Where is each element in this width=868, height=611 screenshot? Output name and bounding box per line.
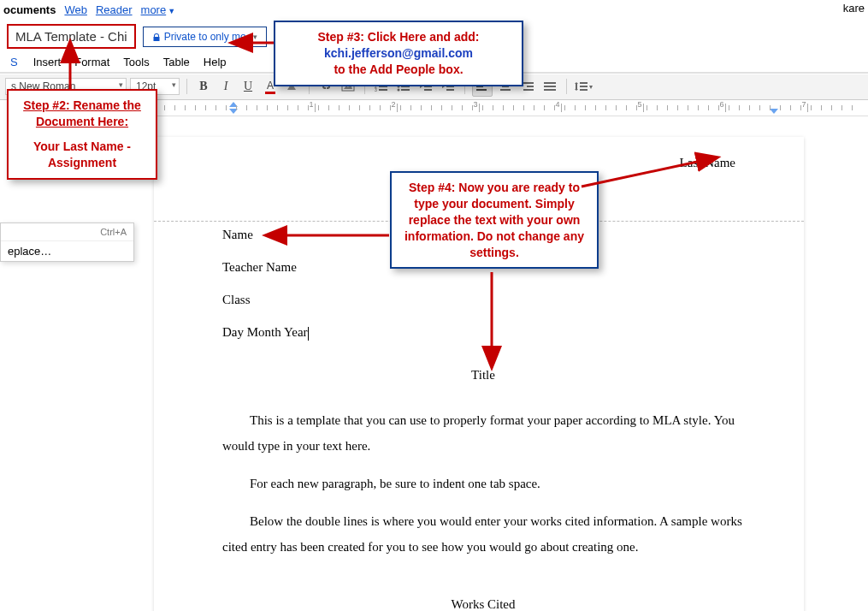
svg-rect-21 bbox=[476, 89, 487, 91]
right-indent-marker[interactable] bbox=[770, 109, 778, 114]
annotation-text: Step #4: Now you are ready to type your … bbox=[402, 180, 587, 260]
context-menu: Ctrl+A eplace… bbox=[0, 222, 134, 262]
line-spacing-button[interactable]: ▾ bbox=[574, 77, 593, 96]
menu-item-replace[interactable]: eplace… bbox=[1, 241, 133, 261]
annotation-step2: Step #2: Rename the Document Here: Your … bbox=[7, 89, 157, 180]
ruler[interactable]: 1234567 bbox=[154, 100, 868, 116]
document-title-line[interactable]: Title bbox=[222, 365, 744, 385]
annotation-text: Step #3: Click Here and add: bbox=[286, 29, 511, 45]
nav-reader[interactable]: Reader bbox=[96, 3, 133, 16]
works-cited-heading[interactable]: Works Cited bbox=[222, 594, 744, 611]
svg-point-9 bbox=[398, 89, 400, 92]
svg-rect-26 bbox=[527, 86, 534, 87]
annotation-text: to the Add People box. bbox=[286, 62, 511, 78]
svg-rect-18 bbox=[446, 89, 454, 91]
annotation-step3: Step #3: Click Here and add: kchi.jeffer… bbox=[274, 21, 523, 86]
document-title[interactable]: MLA Template - Chi bbox=[7, 24, 136, 49]
svg-rect-32 bbox=[580, 86, 588, 87]
lock-icon bbox=[152, 33, 161, 41]
svg-rect-24 bbox=[500, 89, 511, 91]
separator bbox=[566, 79, 567, 94]
svg-rect-30 bbox=[544, 89, 556, 91]
svg-rect-33 bbox=[580, 89, 588, 91]
svg-rect-31 bbox=[580, 82, 588, 84]
annotation-text: Your Last Name - Assignment bbox=[19, 139, 145, 171]
chevron-down-icon: ▾ bbox=[253, 33, 257, 41]
menu-prefix: S bbox=[10, 56, 18, 68]
menu-insert[interactable]: Insert bbox=[33, 56, 62, 68]
nav-web[interactable]: Web bbox=[64, 3, 87, 16]
annotation-step4: Step #4: Now you are ready to type your … bbox=[390, 171, 599, 269]
align-justify-button[interactable] bbox=[540, 77, 559, 96]
text-cursor bbox=[308, 327, 309, 341]
google-bar: ocuments Web Reader more▼ kare bbox=[0, 0, 868, 19]
svg-rect-27 bbox=[523, 89, 534, 91]
separator bbox=[186, 79, 187, 94]
share-button[interactable]: Private to only me ▾ bbox=[143, 27, 267, 47]
field-date[interactable]: Day Month Year bbox=[222, 322, 744, 342]
svg-rect-29 bbox=[544, 86, 556, 87]
svg-rect-3 bbox=[379, 89, 387, 91]
annotation-email: kchi.jefferson@gmail.com bbox=[286, 45, 511, 62]
italic-button[interactable]: I bbox=[216, 77, 235, 96]
svg-rect-15 bbox=[424, 89, 432, 91]
nav-documents[interactable]: ocuments bbox=[3, 3, 56, 16]
menu-format[interactable]: Format bbox=[74, 56, 109, 68]
shortcut-label: Ctrl+A bbox=[1, 223, 133, 241]
menu-help[interactable]: Help bbox=[204, 56, 227, 68]
bold-button[interactable]: B bbox=[194, 77, 213, 96]
svg-rect-25 bbox=[522, 82, 534, 84]
paragraph[interactable]: This is a template that you can use to p… bbox=[222, 407, 744, 459]
paragraph[interactable]: For each new paragraph, be sure to inden… bbox=[222, 471, 744, 496]
underline-button[interactable]: U bbox=[239, 77, 257, 96]
share-label: Private to only me bbox=[164, 31, 246, 43]
field-class[interactable]: Class bbox=[222, 289, 744, 310]
user-label: kare bbox=[843, 2, 865, 15]
annotation-text: Step #2: Rename the Document Here: bbox=[19, 98, 145, 130]
header-last-name[interactable]: Last Name bbox=[222, 152, 744, 173]
svg-text:3: 3 bbox=[375, 87, 377, 92]
chevron-down-icon: ▼ bbox=[168, 7, 175, 15]
menu-table[interactable]: Table bbox=[163, 56, 190, 68]
menu-tools[interactable]: Tools bbox=[123, 56, 149, 68]
svg-rect-12 bbox=[401, 89, 410, 91]
svg-rect-28 bbox=[544, 82, 556, 84]
paragraph[interactable]: Below the double lines is where you woul… bbox=[222, 508, 744, 560]
nav-more[interactable]: more bbox=[141, 3, 167, 16]
